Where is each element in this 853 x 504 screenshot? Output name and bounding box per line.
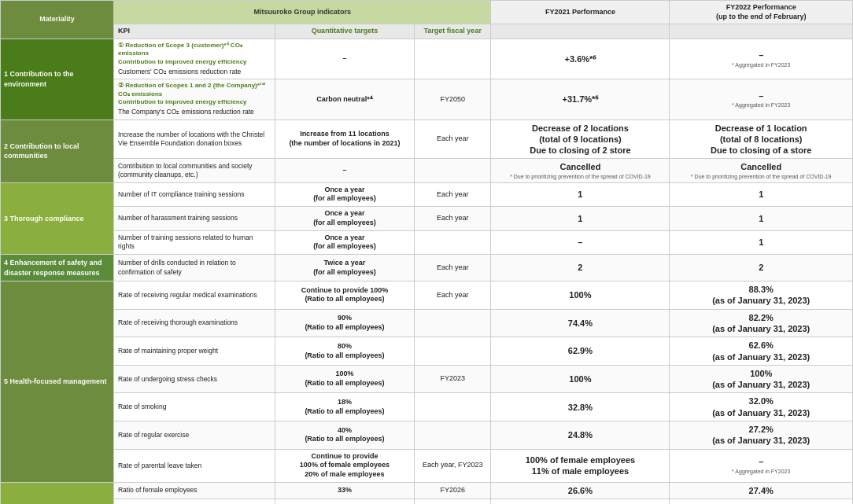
fy2022-cell: –* Aggregated in FY2023 [670,79,853,120]
fy2022-cell: 1 [670,230,853,254]
kpi-cell: Increase the number of locations with th… [113,120,275,159]
quant-cell: 100% (Ratio to all employees) [275,365,414,393]
kpi-cell: Ratio of female managers [113,499,275,504]
quant-cell: Twice a year (for all employees) [275,254,414,281]
fy2022-cell: 6.9% [670,499,853,504]
mat-cell-3: 3 Thorough compliance [1,182,114,254]
fy2021-cell: 6.9% [491,499,670,504]
fy2021-cell: +3.6%*⁶ [491,39,670,79]
quant-cell: 11% [275,499,414,504]
header-quant: Quantitative targets [275,24,414,39]
fy2022-cell: –* Aggregated in FY2023 [670,39,853,79]
kpi-cell: Ratio of female employees [113,482,275,498]
fy2022-cell: –* Aggregated in FY2023 [670,449,853,482]
kpi-cell: Number of harassment training sessions [113,207,275,230]
quant-cell: Carbon neutral*⁴ [275,79,414,120]
quant-cell: 18% (Ratio to all employees) [275,393,414,421]
fy2021-cell: 26.6% [491,482,670,498]
quant-cell: 40% (Ratio to all employees) [275,421,414,450]
target-cell: Each year [414,120,490,159]
fy2022-cell: 1 [670,207,853,230]
fy2022-cell: 27.2% (as of January 31, 2023) [670,421,853,450]
quant-cell: 90% (Ratio to all employees) [275,309,414,337]
fy2022-cell: 2 [670,254,853,281]
kpi-cell: ② Reduction of Scopes 1 and 2 (the Compa… [113,79,275,120]
fy2021-cell: Decrease of 2 locations (total of 9 loca… [491,120,670,159]
fy2021-cell: 24.8% [491,421,670,450]
page: Materiality Mitsuuroko Group indicators … [0,0,853,504]
kpi-cell: ① Reduction of Scope 3 (customer)*⁵ CO₂ … [113,39,275,79]
fy2021-cell: 100% [491,365,670,393]
quant-cell: Once a year (for all employees) [275,182,414,206]
fy2022-cell: 62.6% (as of January 31, 2023) [670,337,853,366]
quant-cell: Increase from 11 locations (the number o… [275,120,414,159]
fy2021-cell: 100% of female employees 11% of male emp… [491,449,670,482]
fy2022-cell: 100% (as of January 31, 2023) [670,365,853,393]
target-cell [414,39,490,79]
kpi-cell: Rate of maintaining proper weight [113,337,275,366]
fy2021-cell: – [491,230,670,254]
target-cell: FY2026 [414,499,490,504]
fy2022-cell: 88.3% (as of January 31, 2023) [670,281,853,310]
target-cell [414,230,490,254]
kpi-cell: Rate of undergoing stress checks [113,365,275,393]
quant-cell: Continue to provide 100% of female emplo… [275,449,414,482]
quant-cell: – [275,39,414,79]
kpi-cell: Contribution to local communities and so… [113,159,275,182]
kpi-cell: Rate of parental leave taken [113,449,275,482]
target-cell: Each year [414,254,490,281]
target-cell: FY2023 [414,365,490,393]
kpi-cell: Number of training sessions related to h… [113,230,275,254]
kpi-cell: Rate of receiving thorough examinations [113,309,275,337]
header-kpi: KPI [113,24,275,39]
target-cell: FY2026 [414,482,490,498]
header-target: Target fiscal year [414,24,490,39]
quant-cell: 80% (Ratio to all employees) [275,337,414,366]
main-table: Materiality Mitsuuroko Group indicators … [0,0,853,504]
mat-cell-4: 4 Enhancement of safety and disaster res… [1,254,114,281]
quant-cell: – [275,159,414,182]
target-cell [414,393,490,421]
fy2021-cell: +31.7%*⁶ [491,79,670,120]
target-cell: FY2050 [414,79,490,120]
quant-cell: 33% [275,482,414,498]
header-fy2022: FY2022 Performance (up to the end of Feb… [670,1,853,24]
mat-cell-6: 6 Promotion of diversity*⁵ [1,482,114,504]
target-cell [414,421,490,450]
mat-cell-2: 2 Contribution to local communities [1,120,114,182]
target-cell: Each year [414,207,490,230]
quant-cell: Once a year (for all employees) [275,230,414,254]
fy2021-cell: 1 [491,207,670,230]
kpi-cell: Number of IT compliance training session… [113,182,275,206]
kpi-cell: Rate of receiving regular medical examin… [113,281,275,310]
fy2021-cell: 32.8% [491,393,670,421]
kpi-cell: Number of drills conducted in relation t… [113,254,275,281]
target-cell [414,337,490,366]
header-fy2021: FY2021 Performance [491,1,670,24]
fy2022-cell: 1 [670,182,853,206]
fy2022-cell: Decrease of 1 location (total of 8 locat… [670,120,853,159]
fy2021-cell: Cancelled* Due to prioritizing preventio… [491,159,670,182]
fy2021-cell: 62.9% [491,337,670,366]
header-materiality: Materiality [1,1,114,39]
quant-cell: Once a year (for all employees) [275,207,414,230]
fy2021-cell: 100% [491,281,670,310]
target-cell [414,309,490,337]
fy2021-cell: 74.4% [491,309,670,337]
quant-cell: Continue to provide 100% (Ratio to all e… [275,281,414,310]
kpi-cell: Rate of smoking [113,393,275,421]
fy2022-cell: 27.4% [670,482,853,498]
fy2021-cell: 2 [491,254,670,281]
fy2021-cell: 1 [491,182,670,206]
target-cell: Each year [414,281,490,310]
target-cell: Each year, FY2023 [414,449,490,482]
mat-cell-1: 1 Contribution to the environment [1,39,114,120]
mat-cell-5: 5 Health-focused management [1,281,114,483]
fy2022-cell: Cancelled* Due to prioritizing preventio… [670,159,853,182]
header-mitsuuroko: Mitsuuroko Group indicators [113,1,490,24]
kpi-cell: Rate of regular exercise [113,421,275,450]
target-cell: Each year [414,182,490,206]
fy2022-cell: 82.2% (as of January 31, 2023) [670,309,853,337]
target-cell [414,159,490,182]
fy2022-cell: 32.0% (as of January 31, 2023) [670,393,853,421]
